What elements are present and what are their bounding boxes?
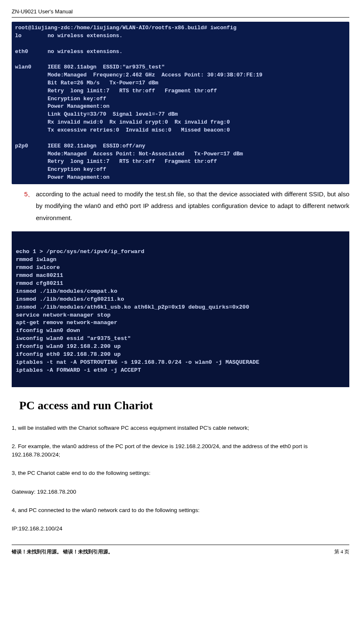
- numbered-instruction-5: 5、 according to the actual need to modif…: [24, 188, 349, 224]
- section-heading: PC access and run Chariot: [19, 399, 349, 412]
- paragraph-1: 1, will be installed with the Chariot so…: [12, 424, 349, 432]
- terminal-screenshot-script: echo 1 > /proc/sys/net/ipv4/ip_forward r…: [12, 231, 349, 387]
- footer-error-text: 错误！未找到引用源。 错误！未找到引用源。: [12, 548, 113, 555]
- page-header: ZN-U9021 User's Manual: [12, 8, 349, 18]
- footer-page-number: 第 4 页: [334, 548, 349, 555]
- list-text: according to the actual need to modify t…: [36, 188, 349, 224]
- paragraph-5: 4, and PC connected to the wlan0 network…: [12, 506, 349, 515]
- page-footer: 错误！未找到引用源。 错误！未找到引用源。 第 4 页: [12, 545, 349, 555]
- list-number: 5、: [24, 188, 36, 224]
- paragraph-4: Gateway: 192.168.78.200: [12, 488, 349, 496]
- manual-title: ZN-U9021 User's Manual: [12, 8, 73, 15]
- paragraph-2: 2. For example, the wlan0 address of the…: [12, 442, 349, 459]
- paragraph-3: 3, the PC Chariot cable end to do the fo…: [12, 469, 349, 477]
- terminal-screenshot-iwconfig: root@liujiang-zdc:/home/liujiang/WLAN-AI…: [12, 22, 349, 184]
- paragraph-6: IP:192.168.2.100/24: [12, 525, 349, 533]
- document-page: ZN-U9021 User's Manual root@liujiang-zdc…: [0, 0, 361, 564]
